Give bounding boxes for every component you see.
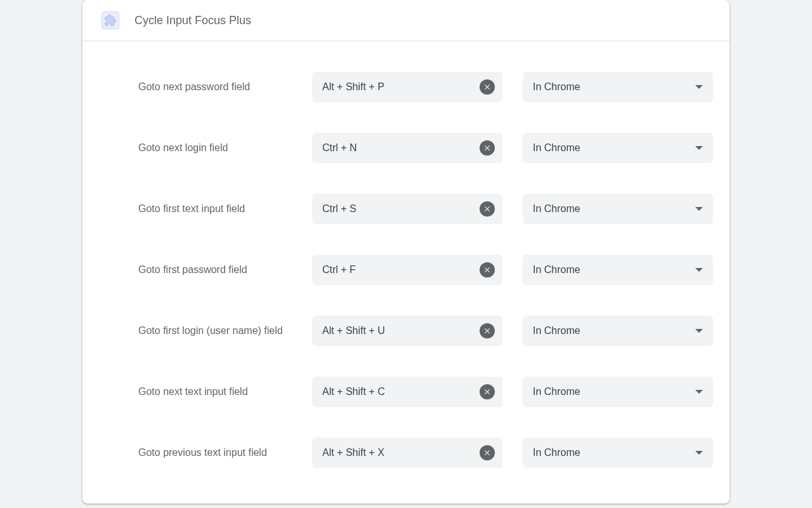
shortcut-key-text: Alt + Shift + C [322,386,385,398]
extension-title: Cycle Input Focus Plus [134,14,251,27]
shortcut-label: Goto previous text input field [138,445,292,460]
shortcut-label: Goto next password field [138,79,292,95]
scope-select[interactable]: In Chrome [523,133,713,163]
chevron-down-icon [695,268,703,272]
shortcut-row: Goto previous text input field Alt + Shi… [82,422,730,483]
chevron-down-icon [695,85,703,89]
close-icon [483,387,492,396]
shortcut-input[interactable]: Alt + Shift + P [312,72,502,102]
shortcut-input[interactable]: Alt + Shift + X [312,438,502,468]
shortcut-row: Goto next text input field Alt + Shift +… [82,361,730,422]
close-icon [483,265,492,274]
chevron-down-icon [695,451,703,455]
shortcut-input[interactable]: Ctrl + F [312,255,502,285]
shortcut-label: Goto next login field [138,140,292,156]
shortcut-label: Goto first text input field [138,201,292,217]
scope-select[interactable]: In Chrome [523,316,713,346]
close-icon [483,204,492,213]
shortcuts-list: Goto next password field Alt + Shift + P… [82,41,730,504]
shortcut-key-text: Alt + Shift + P [322,81,384,93]
scope-text: In Chrome [533,142,580,154]
close-icon [483,448,492,457]
close-icon [483,144,492,152]
extension-shortcuts-card: Cycle Input Focus Plus Goto next passwor… [82,0,730,504]
shortcut-row: Goto next login field Ctrl + N In Chrome [82,117,730,178]
clear-shortcut-button[interactable] [480,445,495,460]
scope-select[interactable]: In Chrome [523,438,713,468]
shortcut-input[interactable]: Alt + Shift + C [312,377,502,407]
scope-text: In Chrome [533,386,580,398]
shortcut-input[interactable]: Alt + Shift + U [312,316,502,346]
close-icon [483,326,492,335]
scope-text: In Chrome [533,447,580,458]
shortcut-label: Goto next text input field [138,384,292,399]
shortcut-row: Goto next password field Alt + Shift + P… [82,57,730,117]
scope-text: In Chrome [533,264,580,276]
clear-shortcut-button[interactable] [480,140,495,156]
shortcut-key-text: Alt + Shift + U [322,325,385,337]
chevron-down-icon [695,390,703,394]
card-header: Cycle Input Focus Plus [82,0,730,41]
clear-shortcut-button[interactable] [480,201,495,217]
scope-select[interactable]: In Chrome [523,255,713,285]
shortcut-key-text: Alt + Shift + X [322,447,384,458]
shortcut-row: Goto first text input field Ctrl + S In … [82,178,730,239]
clear-shortcut-button[interactable] [480,323,495,338]
shortcut-row: Goto first password field Ctrl + F In Ch… [82,239,730,300]
shortcut-input[interactable]: Ctrl + S [312,194,502,224]
scope-select[interactable]: In Chrome [523,377,713,407]
extension-puzzle-icon [102,11,119,29]
shortcut-key-text: Ctrl + F [322,264,356,276]
shortcut-key-text: Ctrl + S [322,203,357,215]
chevron-down-icon [695,146,703,150]
shortcut-key-text: Ctrl + N [322,142,357,154]
scope-select[interactable]: In Chrome [523,72,713,102]
clear-shortcut-button[interactable] [480,262,495,277]
shortcut-label: Goto first login (user name) field [138,323,292,338]
shortcut-label: Goto first password field [138,262,292,277]
scope-text: In Chrome [533,203,580,215]
shortcut-row: Goto first login (user name) field Alt +… [82,300,730,361]
scope-text: In Chrome [533,325,580,337]
close-icon [483,83,492,91]
chevron-down-icon [695,207,703,211]
scope-select[interactable]: In Chrome [523,194,713,224]
clear-shortcut-button[interactable] [480,79,495,95]
chevron-down-icon [695,329,703,333]
scope-text: In Chrome [533,81,580,93]
shortcut-input[interactable]: Ctrl + N [312,133,502,163]
clear-shortcut-button[interactable] [480,384,495,399]
